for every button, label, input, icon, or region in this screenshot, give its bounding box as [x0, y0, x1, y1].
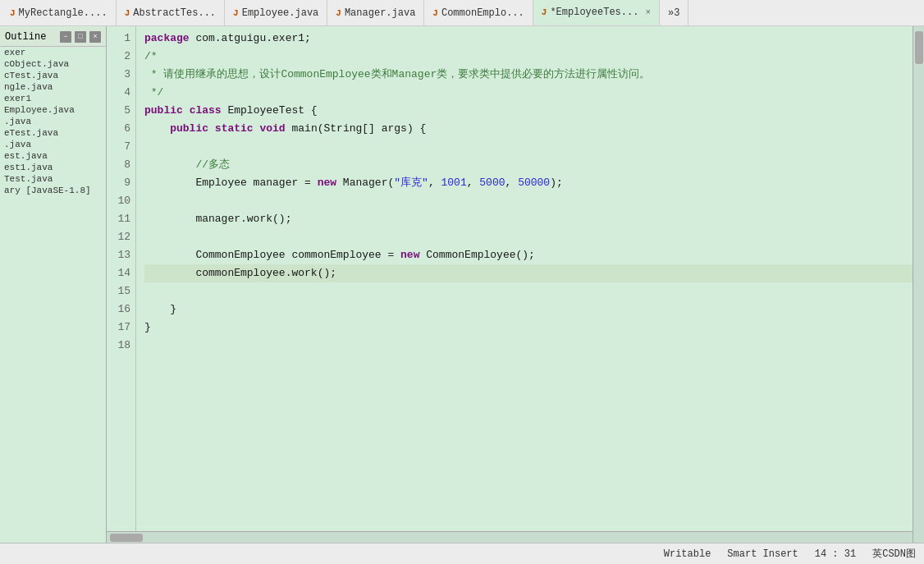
outline-minimize-button[interactable]: − — [60, 31, 71, 43]
code-line-18[interactable] — [144, 337, 913, 355]
line-numbers: 123456789101112131415161718 — [107, 26, 136, 531]
code-token: } — [144, 303, 176, 315]
code-content[interactable]: package com.atguigu.exer1;/* * 请使用继承的思想，… — [136, 26, 913, 531]
sidebar-item-test1java[interactable]: est1.java — [0, 162, 106, 173]
code-scroll[interactable]: 123456789101112131415161718 package com.… — [107, 26, 913, 531]
code-line-7[interactable] — [144, 138, 913, 156]
code-line-2[interactable]: /* — [144, 48, 913, 66]
tab-employeetest[interactable]: J *EmployeeTes... × — [533, 0, 660, 26]
line-number-12: 12 — [115, 228, 130, 246]
code-token: Manager( — [336, 177, 394, 189]
line-number-14: 14 — [115, 264, 130, 282]
sidebar-item-employeejava[interactable]: Employee.java — [0, 104, 106, 116]
code-token: 5000 — [479, 177, 505, 189]
code-token: , — [505, 177, 519, 189]
sidebar-item-java1[interactable]: .java — [0, 116, 106, 127]
code-line-11[interactable]: manager.work();I — [144, 210, 913, 228]
sidebar-item-exer1[interactable]: exer1 — [0, 93, 106, 104]
sidebar-item-testjava[interactable]: est.java — [0, 150, 106, 162]
code-line-8[interactable]: //多态 — [144, 156, 913, 174]
v-scroll-thumb[interactable] — [915, 31, 923, 64]
code-token: , — [428, 177, 441, 189]
line-number-10: 10 — [115, 192, 130, 210]
java-icon: J — [336, 8, 341, 18]
tab-employee[interactable]: J Employee.java — [225, 0, 327, 26]
sidebar-item-cobjectjava[interactable]: cObject.java — [0, 58, 106, 70]
line-number-18: 18 — [115, 337, 130, 355]
sidebar-item-nglejava[interactable]: ngle.java — [0, 81, 106, 93]
tab-commonemplo[interactable]: J CommonEmplo... — [424, 0, 533, 26]
sidebar-item-ctestjava[interactable]: cTest.java — [0, 70, 106, 81]
h-scroll-thumb[interactable] — [110, 534, 143, 542]
code-line-5[interactable]: public class EmployeeTest { — [144, 102, 913, 120]
status-input-method: 英CSDN图 — [872, 547, 916, 561]
java-icon: J — [125, 8, 130, 18]
code-line-9[interactable]: Employee manager = new Manager("库克", 100… — [144, 174, 913, 192]
sidebar-item-java2[interactable]: .java — [0, 139, 106, 150]
code-token: new — [400, 249, 419, 261]
code-token: , — [467, 177, 480, 189]
code-line-12[interactable] — [144, 228, 913, 246]
line-number-1: 1 — [115, 30, 130, 48]
line-number-5: 5 — [115, 102, 130, 120]
code-token: /* — [144, 50, 158, 62]
code-token: main(String[] args) { — [286, 122, 427, 135]
code-line-3[interactable]: * 请使用继承的思想，设计CommonEmployee类和Manager类，要求… — [144, 66, 913, 84]
line-number-3: 3 — [115, 66, 130, 84]
horizontal-scrollbar[interactable] — [107, 531, 913, 543]
line-number-4: 4 — [115, 84, 130, 102]
code-line-17[interactable]: } — [144, 319, 913, 337]
line-number-8: 8 — [115, 156, 130, 174]
code-line-13[interactable]: CommonEmployee commonEmployee = new Comm… — [144, 246, 913, 264]
sidebar-item-library[interactable]: ary [JavaSE-1.8] — [0, 185, 106, 196]
outline-close-button[interactable]: × — [89, 31, 101, 43]
tab-label: MyRectangle.... — [19, 7, 107, 19]
tab-label: CommonEmplo... — [441, 7, 524, 19]
line-number-7: 7 — [115, 138, 130, 156]
line-number-2: 2 — [115, 48, 130, 66]
code-token: } — [144, 321, 151, 333]
outline-maximize-button[interactable]: □ — [75, 31, 86, 43]
status-smart-insert: Smart Insert — [727, 548, 798, 560]
code-token: */ — [144, 86, 163, 99]
code-token: manager.work(); — [144, 213, 291, 225]
code-token: public — [144, 104, 183, 117]
vertical-scrollbar[interactable] — [913, 26, 924, 543]
line-number-9: 9 — [115, 174, 130, 192]
line-number-13: 13 — [115, 246, 130, 264]
java-icon: J — [432, 8, 438, 18]
code-token: static — [215, 122, 254, 135]
code-token — [208, 122, 215, 135]
sidebar-item-Testjava[interactable]: Test.java — [0, 173, 106, 185]
java-icon: J — [542, 7, 547, 17]
code-token: "库克" — [394, 177, 428, 189]
sidebar-item-exer[interactable]: exer — [0, 47, 106, 58]
code-token: Employee manager = — [144, 177, 318, 189]
code-line-14[interactable]: commonEmployee.work(); — [144, 264, 913, 282]
tab-abstracttest[interactable]: J AbstractTes... — [117, 0, 225, 26]
sidebar-item-etestjava[interactable]: eTest.java — [0, 127, 106, 139]
code-token: 50000 — [518, 177, 550, 189]
code-line-4[interactable]: */ — [144, 84, 913, 102]
tab-myrectangle[interactable]: J MyRectangle.... — [2, 0, 117, 26]
main-layout: Outline − □ × exer cObject.java cTest.ja… — [0, 26, 924, 543]
code-line-15[interactable] — [144, 282, 913, 300]
status-position: 14 : 31 — [815, 548, 856, 560]
code-token: com.atguigu.exer1; — [190, 32, 311, 44]
code-token: void — [259, 122, 285, 135]
code-token: EmployeeTest { — [222, 104, 318, 117]
code-token: ); — [550, 177, 563, 189]
code-token: * 请使用继承的思想，设计CommonEmployee类和Manager类，要求… — [144, 68, 650, 80]
status-writable: Writable — [664, 548, 711, 560]
code-line-10[interactable] — [144, 192, 913, 210]
tab-close-icon[interactable]: × — [645, 7, 651, 17]
code-line-6[interactable]: public static void main(String[] args) { — [144, 120, 913, 138]
tab-manager[interactable]: J Manager.java — [327, 0, 424, 26]
code-token: CommonEmployee(); — [419, 249, 534, 261]
code-line-1[interactable]: package com.atguigu.exer1; — [144, 30, 913, 48]
tab-overflow[interactable]: »3 — [660, 0, 688, 26]
status-bar: Writable Smart Insert 14 : 31 英CSDN图 — [0, 543, 924, 564]
tab-label: AbstractTes... — [133, 7, 216, 19]
code-line-16[interactable]: } — [144, 300, 913, 319]
code-token: //多态 — [144, 158, 230, 171]
